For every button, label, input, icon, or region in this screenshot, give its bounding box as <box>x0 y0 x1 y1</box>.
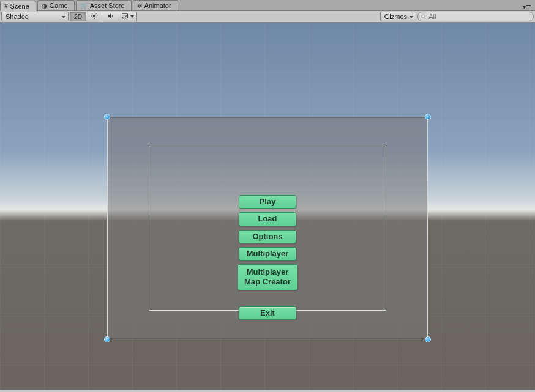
options-button[interactable]: Options <box>239 230 296 243</box>
gizmos-dropdown[interactable]: Gizmos <box>380 12 416 21</box>
view-toggle-group: 2D <box>70 12 137 21</box>
multiplayer-map-creator-button[interactable]: Multiplayer Map Creator <box>238 264 297 290</box>
tab-asset-store[interactable]: 🛒 Asset Store <box>76 0 132 10</box>
canvas-handle-bottom-right[interactable] <box>425 336 431 342</box>
toggle-2d-button[interactable]: 2D <box>70 12 86 21</box>
load-button[interactable]: Load <box>239 212 296 226</box>
toggle-lighting-button[interactable] <box>86 12 102 21</box>
gizmos-label: Gizmos <box>384 13 407 20</box>
svg-line-7 <box>92 18 92 18</box>
svg-line-8 <box>95 13 96 14</box>
ui-panel-rect[interactable]: Play Load Options Multiplayer Multiplaye… <box>149 146 386 311</box>
main-menu-stack: Play Load Options Multiplayer Multiplaye… <box>238 195 297 320</box>
svg-line-5 <box>92 13 92 14</box>
multiplayer-button[interactable]: Multiplayer <box>239 247 296 261</box>
audio-icon <box>107 12 114 21</box>
game-icon: ◑ <box>42 2 47 9</box>
chevron-down-icon <box>130 15 134 18</box>
tab-scene[interactable]: # Scene <box>0 1 36 11</box>
svg-line-12 <box>424 17 426 19</box>
ui-canvas-rect[interactable]: Play Load Options Multiplayer Multiplaye… <box>107 117 428 339</box>
editor-tab-strip: # Scene ◑ Game 🛒 Asset Store ✻ Animator … <box>0 0 535 11</box>
svg-point-10 <box>124 15 125 16</box>
scene-viewport[interactable]: Play Load Options Multiplayer Multiplaye… <box>0 23 535 390</box>
render-mode-dropdown[interactable]: Shaded <box>1 12 69 21</box>
animator-icon: ✻ <box>137 2 142 9</box>
sun-icon <box>91 12 98 21</box>
toggle-audio-button[interactable] <box>102 12 118 21</box>
tab-game[interactable]: ◑ Game <box>37 0 75 10</box>
tab-animator-label: Animator <box>144 2 171 9</box>
scene-search[interactable] <box>417 12 534 21</box>
render-mode-value: Shaded <box>6 13 29 20</box>
asset-store-icon: 🛒 <box>80 2 88 9</box>
svg-point-0 <box>92 15 95 18</box>
editor-bottom-border <box>0 390 535 392</box>
tab-animator[interactable]: ✻ Animator <box>133 0 178 10</box>
svg-point-11 <box>422 14 425 17</box>
toggle-fx-button[interactable] <box>118 12 137 21</box>
canvas-handle-top-left[interactable] <box>104 114 110 120</box>
canvas-handle-top-right[interactable] <box>425 114 431 120</box>
search-icon <box>421 13 427 20</box>
tab-game-label: Game <box>50 2 68 9</box>
scene-toolbar: Shaded 2D Gizmos <box>0 11 535 23</box>
image-icon <box>121 12 129 21</box>
svg-line-6 <box>95 18 96 18</box>
canvas-handle-bottom-left[interactable] <box>104 336 110 342</box>
scene-search-input[interactable] <box>428 13 529 20</box>
toggle-2d-label: 2D <box>74 13 82 20</box>
play-button[interactable]: Play <box>239 195 296 209</box>
scene-icon: # <box>4 2 8 9</box>
tab-asset-store-label: Asset Store <box>90 2 125 9</box>
exit-button[interactable]: Exit <box>239 306 296 320</box>
tab-scene-label: Scene <box>10 2 29 10</box>
tab-strip-overflow-menu[interactable]: ▾☰ <box>519 4 535 10</box>
